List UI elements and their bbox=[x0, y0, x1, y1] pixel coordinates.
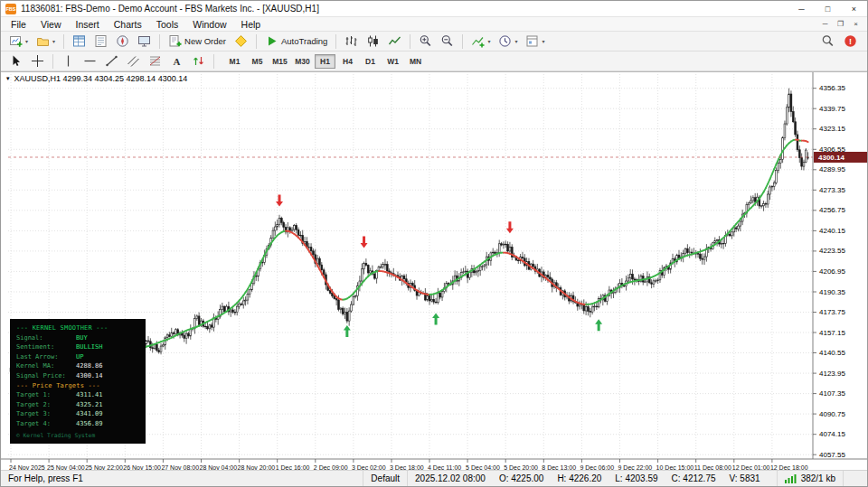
menu-file[interactable]: File bbox=[4, 18, 33, 31]
panel-row-label: Target 1: bbox=[16, 390, 76, 400]
new-chart-dropdown-icon: ▾ bbox=[25, 38, 28, 44]
menu-tools[interactable]: Tools bbox=[149, 18, 186, 31]
menu-charts[interactable]: Charts bbox=[107, 18, 149, 31]
profiles-dropdown-icon: ▾ bbox=[52, 38, 55, 44]
navigator-button[interactable] bbox=[112, 33, 133, 50]
channel-button[interactable] bbox=[123, 53, 144, 70]
timeframe-d1[interactable]: D1 bbox=[360, 54, 381, 69]
timeframe-m15[interactable]: M15 bbox=[269, 54, 290, 69]
menu-help[interactable]: Help bbox=[234, 18, 269, 31]
chart-bars-button[interactable] bbox=[341, 33, 362, 50]
svg-text:5 Dec 20:00: 5 Dec 20:00 bbox=[504, 464, 538, 470]
text-button[interactable]: A bbox=[166, 53, 187, 70]
chart-area[interactable]: 4356.354339.754323.154306.554289.954273.… bbox=[1, 71, 867, 470]
close-button[interactable]: × bbox=[841, 1, 867, 16]
panel-row-value: 4311.41 bbox=[76, 390, 103, 400]
timeframe-m30[interactable]: M30 bbox=[292, 54, 313, 69]
templates-icon bbox=[525, 34, 539, 48]
menu-view[interactable]: View bbox=[33, 18, 69, 31]
menu-window[interactable]: Window bbox=[185, 18, 233, 31]
timeframe-mn[interactable]: MN bbox=[405, 54, 426, 69]
new-chart-icon bbox=[9, 34, 23, 48]
status-bar: For Help, press F1 Default 2025.12.02 08… bbox=[1, 470, 867, 486]
arrows-button[interactable] bbox=[188, 53, 209, 70]
panel-row-value: 4356.89 bbox=[76, 419, 103, 429]
horizontal-line-button[interactable] bbox=[80, 53, 100, 70]
zoom-out-button[interactable] bbox=[437, 33, 458, 50]
price-scale[interactable]: 4356.354339.754323.154306.554289.954273.… bbox=[813, 84, 867, 459]
status-bar-time: 2025.12.02 08:00 bbox=[415, 473, 486, 483]
collapse-icon[interactable]: ▾ bbox=[6, 75, 10, 82]
panel-row: Signal:BUY bbox=[16, 333, 139, 343]
community-icon: ! bbox=[844, 34, 857, 48]
chart-line-button[interactable] bbox=[384, 33, 405, 50]
timeframe-m5[interactable]: M5 bbox=[247, 54, 268, 69]
svg-text:4256.75: 4256.75 bbox=[819, 206, 845, 214]
profiles-icon bbox=[36, 34, 50, 48]
data-window-button[interactable] bbox=[90, 33, 111, 50]
svg-text:A: A bbox=[174, 56, 181, 67]
svg-text:4090.75: 4090.75 bbox=[819, 410, 845, 418]
svg-text:4273.35: 4273.35 bbox=[819, 186, 845, 194]
svg-text:28 Nov 20:00: 28 Nov 20:00 bbox=[238, 464, 276, 470]
panel-row-value: BULLISH bbox=[76, 342, 103, 352]
new-chart-button[interactable]: ▾ bbox=[5, 33, 32, 50]
crosshair-button[interactable] bbox=[27, 53, 48, 70]
community-button[interactable]: ! bbox=[840, 33, 861, 50]
drawing-toolbar: A M1M5M15M30H1H4D1W1MN bbox=[1, 52, 867, 71]
minimize-button[interactable]: ─ bbox=[788, 1, 815, 16]
panel-row: Target 2:4325.21 bbox=[16, 400, 139, 410]
svg-text:4223.55: 4223.55 bbox=[819, 247, 845, 255]
cursor-button[interactable] bbox=[5, 53, 26, 70]
app-logo-icon: FBS bbox=[5, 4, 16, 14]
chart-restore-button[interactable]: ❐ bbox=[833, 20, 848, 28]
status-connection: 382/1 kb bbox=[778, 471, 844, 486]
timeframe-h4[interactable]: H4 bbox=[337, 54, 358, 69]
connection-signal-icon bbox=[785, 473, 797, 483]
chart-bars-icon bbox=[344, 34, 358, 48]
targets-title: --- Price Targets --- bbox=[16, 381, 139, 391]
vertical-line-button[interactable] bbox=[58, 53, 79, 70]
autotrading-button[interactable]: AutoTrading bbox=[261, 33, 331, 50]
fibonacci-icon bbox=[148, 54, 162, 68]
market-watch-button[interactable] bbox=[69, 33, 90, 50]
profiles-button[interactable]: ▾ bbox=[33, 33, 59, 50]
indicators-icon bbox=[471, 34, 485, 48]
chart-candles-button[interactable] bbox=[363, 33, 383, 50]
svg-text:27 Nov 08:00: 27 Nov 08:00 bbox=[161, 464, 199, 470]
terminal-button[interactable] bbox=[134, 33, 155, 50]
panel-row-label: Last Arrow: bbox=[16, 352, 76, 362]
status-close: C: 4212.75 bbox=[672, 473, 716, 483]
indicators-button[interactable]: ▾ bbox=[467, 33, 494, 50]
svg-text:4206.95: 4206.95 bbox=[819, 267, 845, 276]
fibonacci-button[interactable] bbox=[145, 53, 165, 70]
metaeditor-button[interactable] bbox=[231, 33, 251, 50]
chart-close-button[interactable]: × bbox=[848, 20, 863, 28]
panel-row-label: Signal: bbox=[16, 333, 76, 343]
toolbar-separator bbox=[462, 34, 463, 49]
trendline-button[interactable] bbox=[101, 53, 122, 70]
channel-icon bbox=[127, 54, 140, 68]
svg-text:4 Dec 11:00: 4 Dec 11:00 bbox=[428, 464, 461, 470]
cursor-icon bbox=[9, 54, 23, 68]
status-volume: V: 5831 bbox=[730, 473, 760, 483]
status-template[interactable]: Default bbox=[363, 471, 408, 486]
svg-text:12 Dec 18:00: 12 Dec 18:00 bbox=[770, 464, 808, 470]
maximize-button[interactable]: □ bbox=[815, 1, 841, 16]
timeframe-h1[interactable]: H1 bbox=[315, 54, 335, 69]
autotrading-icon bbox=[265, 34, 278, 48]
templates-button[interactable]: ▾ bbox=[522, 33, 548, 50]
time-scale[interactable]: 24 Nov 202525 Nov 04:0025 Nov 22:0026 No… bbox=[9, 459, 808, 470]
toolbar-separator bbox=[335, 34, 336, 49]
panel-row-label: Target 2: bbox=[16, 400, 76, 410]
timeframe-w1[interactable]: W1 bbox=[382, 54, 403, 69]
chart-minimize-button[interactable]: ─ bbox=[817, 20, 833, 28]
zoom-in-button[interactable] bbox=[415, 33, 436, 50]
timeframe-m1[interactable]: M1 bbox=[224, 54, 245, 69]
search-button[interactable] bbox=[817, 33, 838, 50]
menu-insert[interactable]: Insert bbox=[69, 18, 107, 31]
panel-title: --- KERNEL SMOOTHER --- bbox=[16, 323, 139, 333]
periods-button[interactable]: ▾ bbox=[495, 33, 521, 50]
main-toolbar-buttons: ▾▾New OrderAutoTrading▾▾▾ bbox=[5, 33, 548, 50]
new-order-button[interactable]: New Order bbox=[165, 33, 230, 50]
